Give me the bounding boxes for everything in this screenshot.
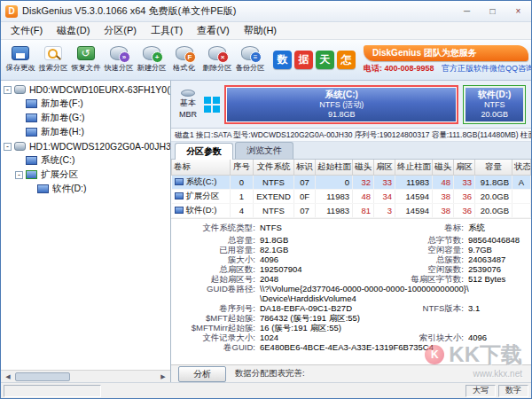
analyze-button[interactable]: 分析 (178, 366, 226, 382)
expander-icon[interactable]: - (4, 143, 12, 151)
detail-row-7: \Device\HarddiskVolume4 (171, 293, 531, 303)
minimize-button[interactable]: ─ (454, 1, 480, 21)
detail-value: 16 (簇号:191 扇区:55) (260, 323, 531, 332)
cell-1-9: 36 (454, 189, 475, 203)
new-partition-button[interactable]: 新建分区 (135, 41, 168, 79)
maximize-button[interactable]: □ (480, 1, 505, 21)
partition-bar-c-selection[interactable]: 系统(C:) NTFS (活动) 91.8GB (224, 85, 458, 124)
column-header-0[interactable]: 卷标 (172, 160, 231, 175)
cell-0-3: 07 (294, 175, 316, 189)
disk-info-line: 磁盘1 接口:SATA 型号:WDCWDS120G2G0A-00JH30 序列号… (171, 129, 531, 142)
scroll-left-icon[interactable]: ◀ (2, 373, 14, 380)
tree-node-volume-f[interactable]: 新加卷(F:) (1, 97, 170, 111)
detail-value: 512 Bytes (468, 274, 531, 284)
detail-value: \Device\HarddiskVolume4 (260, 293, 531, 303)
scroll-right-icon[interactable]: ▶ (157, 373, 169, 380)
column-header-8[interactable]: 磁头 (433, 160, 454, 175)
disk-type-label: 基本 (180, 98, 196, 109)
column-header-11[interactable]: 状态 (512, 160, 531, 175)
detail-label: 簇大小: (171, 254, 260, 264)
tree-node-label: HD1:WDCWDS120G2G0A-00JH30(11 (29, 141, 170, 152)
quick-partition-button[interactable]: 快速分区 (102, 41, 135, 79)
tab-partition-params[interactable]: 分区参数 (175, 143, 233, 160)
column-header-5[interactable]: 磁头 (353, 160, 374, 175)
cell-1-3: 0F (294, 189, 316, 203)
cell-1-1: 1 (231, 189, 254, 203)
detail-label: 每扇区字节数: (393, 274, 468, 284)
titlebar[interactable]: D DiskGenius V5.3.0.1066 x64 免费版(单文件PE版)… (1, 1, 531, 22)
partition-icon (26, 156, 37, 165)
menu-item-2[interactable]: 分区(P) (97, 22, 144, 39)
partition-row-0[interactable]: 系统(C:)0NTFS070323311983483391.8GBA (172, 175, 531, 189)
menu-item-4[interactable]: 查看(V) (190, 22, 237, 39)
column-header-2[interactable]: 文件系统 (254, 160, 294, 175)
toolbar-button-label: 快速分区 (104, 63, 133, 74)
volume-label: 系统(C:) (186, 176, 217, 186)
partition-row-1[interactable]: 扩展分区1EXTEND0F11983483414594383620.0GB (172, 189, 531, 203)
column-header-10[interactable]: 容量 (475, 160, 512, 175)
partition-bar-c[interactable]: 系统(C:) NTFS (活动) 91.8GB (227, 88, 456, 121)
delete-partition-button[interactable]: 删除分区 (200, 41, 233, 79)
tree-node-volume-g[interactable]: 新加卷(G:) (1, 111, 170, 125)
partition-bar-d[interactable]: 软件(D:) NTFS 20.0GB (466, 88, 523, 121)
tab-browse-files[interactable]: 浏览文件 (235, 142, 293, 159)
cell-2-2: NTFS (254, 203, 294, 217)
column-header-9[interactable]: 扇区 (454, 160, 475, 175)
tree-node-extended-partition[interactable]: -扩展分区 (1, 168, 170, 182)
disk-icon (14, 142, 26, 151)
tree-node-disk-hd1[interactable]: -HD1:WDCWDS120G2G0A-00JH30(11 (1, 139, 170, 153)
column-header-4[interactable]: 起始柱面 (316, 160, 353, 175)
cell-1-10: 20.0GB (475, 189, 512, 203)
recover-files-button[interactable]: 恢复文件 (69, 41, 102, 79)
mini-disk-icon (181, 90, 195, 97)
column-header-6[interactable]: 扇区 (374, 160, 395, 175)
backup-partition-button[interactable]: 备份分区 (233, 41, 266, 79)
cell-1-5: 48 (353, 189, 374, 203)
detail-row-9: $MFT起始簇:786432 (簇号:191 扇区:55) (171, 313, 531, 323)
menu-item-3[interactable]: 工具(T) (144, 22, 190, 39)
ad-tile-0[interactable]: 数 (273, 51, 292, 69)
partition-d-fs: NTFS (484, 100, 505, 110)
partition-row-2[interactable]: 软件(D:)4NTFS071198381314594383620.0GB (172, 203, 531, 217)
detail-row-2: 已用容量:82.1GB空闲容量:9.7GB (171, 245, 531, 254)
close-button[interactable]: × (505, 1, 531, 21)
scroll-thumb[interactable] (15, 372, 70, 381)
ad-tile-1[interactable]: 据 (294, 51, 313, 69)
column-header-1[interactable]: 序号 (231, 160, 254, 175)
cell-1-8: 38 (433, 189, 454, 203)
backup-partition-icon (241, 46, 259, 60)
cell-0-11: A (512, 175, 531, 189)
tree-node-label: 扩展分区 (41, 168, 78, 181)
ad-tile-2[interactable]: 天 (316, 51, 334, 69)
volume-label: 扩展分区 (186, 191, 220, 200)
tree-node-disk-hd0[interactable]: -HD0:WDCWD10EURX-63FH1Y0(932G (1, 82, 170, 97)
tree-node-volume-c[interactable]: 系统(C:) (1, 153, 170, 168)
partition-icon (37, 184, 49, 193)
menu-item-1[interactable]: 磁盘(D) (50, 22, 97, 39)
menu-item-5[interactable]: 帮助(H) (237, 22, 284, 39)
save-changes-button[interactable]: 保存更改 (4, 41, 36, 79)
detail-label: 总扇区数: (171, 264, 260, 274)
cell-2-0: 软件(D:) (172, 203, 231, 217)
tab-strip: 分区参数 浏览文件 (171, 142, 531, 160)
status-num-indicator: 数字 (498, 385, 528, 397)
expander-icon[interactable]: - (4, 86, 12, 94)
format-button[interactable]: 格式化 (168, 41, 200, 79)
search-partition-button[interactable]: 搜索分区 (36, 41, 69, 79)
column-header-3[interactable]: 标识 (294, 160, 316, 175)
win-flag-pane (213, 97, 220, 104)
tree-hscrollbar[interactable]: ◀ ▶ (1, 370, 170, 382)
partition-table: 卷标序号文件系统标识起始柱面磁头扇区终止柱面磁头扇区容量状态 系统(C:)0NT… (171, 160, 531, 218)
partition-table-body: 系统(C:)0NTFS070323311983483391.8GBA扩展分区1E… (172, 175, 531, 217)
diskgenius-window: D DiskGenius V5.3.0.1066 x64 免费版(单文件PE版)… (0, 0, 532, 399)
tree-node-volume-d[interactable]: 软件(D:) (1, 182, 170, 196)
column-header-7[interactable]: 终止柱面 (395, 160, 433, 175)
tree-node-label: HD0:WDCWD10EURX-63FH1Y0(932G (29, 84, 170, 95)
tree-node-volume-h[interactable]: 新加卷(H:) (1, 125, 170, 139)
menu-item-0[interactable]: 文件(F) (4, 22, 50, 39)
expander-icon[interactable]: - (15, 171, 23, 179)
service-banner[interactable]: DiskGenius 团队为您服务 电话: 400-008-9958 官方正版软… (364, 45, 528, 74)
ad-tile-3[interactable]: 怎 (337, 51, 356, 69)
detail-value: NTFS (260, 223, 393, 232)
detail-value: 2048 (260, 274, 393, 284)
